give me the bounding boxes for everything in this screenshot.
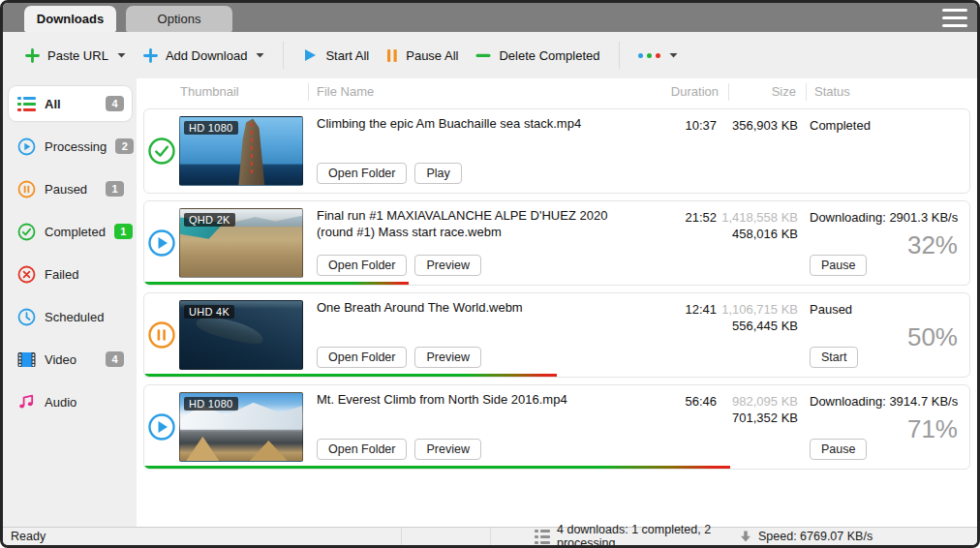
progress-percent: 32% — [907, 230, 958, 260]
chevron-down-icon[interactable] — [669, 52, 678, 58]
toolbar-separator — [283, 42, 284, 69]
delete-completed-button[interactable]: Delete Completed — [467, 42, 608, 70]
hamburger-menu-icon[interactable] — [942, 9, 967, 27]
play-icon — [302, 47, 318, 63]
chevron-down-icon[interactable] — [117, 52, 126, 58]
pause-circle-icon — [17, 180, 36, 198]
pause-button[interactable]: Pause — [810, 439, 867, 460]
rows-container: HD 1080 Climbing the epic Am Buachaille … — [137, 108, 977, 476]
status-spacer — [402, 528, 491, 545]
tab-options[interactable]: Options — [126, 6, 232, 32]
tab-options-label: Options — [158, 12, 201, 26]
pause-all-label: Pause All — [406, 48, 458, 63]
header-size: Size — [728, 83, 806, 101]
sidebar-item-completed[interactable]: Completed 1 — [9, 214, 132, 249]
preview-button[interactable]: Preview — [414, 347, 480, 368]
download-row[interactable]: QHD 2K Final run #1 MAXIAVALANCHE ALPE D… — [143, 200, 970, 286]
progress-bar — [144, 374, 557, 377]
size-total: 356,903 KB — [720, 118, 798, 133]
check-circle-icon — [144, 109, 179, 193]
sidebar-item-label: All — [45, 97, 61, 111]
sidebar-item-video[interactable]: Video 4 — [9, 342, 132, 377]
clock-icon — [17, 308, 36, 326]
toolbar: Paste URL Add Download Start All — [3, 32, 977, 78]
progress-bar — [144, 282, 409, 285]
download-row[interactable]: HD 1080 Climbing the epic Am Buachaille … — [143, 108, 970, 194]
chevron-down-icon[interactable] — [256, 52, 264, 58]
plus-icon — [143, 48, 158, 63]
start-button[interactable]: Start — [810, 347, 858, 368]
progress-percent: 71% — [907, 414, 958, 444]
count-badge: 4 — [106, 351, 124, 367]
play-button[interactable]: Play — [414, 163, 461, 184]
duration: 10:37 — [653, 109, 720, 193]
size-downloaded: 701,352 KB — [720, 411, 798, 425]
tab-downloads-label: Downloads — [37, 12, 104, 26]
pause-button[interactable]: Pause — [810, 255, 867, 276]
sidebar-item-audio[interactable]: Audio — [9, 384, 132, 419]
status-text: Downloading: 2901.3 KB/s — [810, 210, 960, 225]
toolbar-separator — [619, 42, 620, 69]
titlebar: Downloads Options — [3, 3, 977, 32]
pause-all-button[interactable]: Pause All — [378, 42, 467, 70]
error-circle-icon — [17, 265, 36, 284]
file-name: One Breath Around The World.webm — [317, 300, 643, 317]
status-ready: Ready — [3, 528, 402, 545]
preview-button[interactable]: Preview — [414, 255, 480, 276]
size-downloaded: 458,016 KB — [720, 227, 798, 241]
header-file-name: File Name — [308, 83, 660, 101]
sidebar-item-label: Video — [45, 352, 77, 367]
header-thumbnail: Thumbnail — [178, 83, 308, 101]
sidebar-item-label: Failed — [45, 267, 78, 282]
size-total: 1,106,715 KB — [720, 302, 798, 317]
open-folder-button[interactable]: Open Folder — [317, 163, 407, 184]
sidebar-item-processing[interactable]: Processing 2 — [9, 129, 132, 164]
header-spacer — [143, 83, 178, 101]
download-arrow-icon — [740, 531, 751, 542]
open-folder-button[interactable]: Open Folder — [317, 439, 407, 460]
status-text: Paused — [810, 302, 960, 317]
add-download-label: Add Download — [166, 48, 248, 63]
tab-downloads[interactable]: Downloads — [24, 6, 116, 32]
add-download-button[interactable]: Add Download — [135, 42, 274, 70]
download-row[interactable]: HD 1080 Mt. Everest Climb from North Sid… — [143, 384, 970, 470]
check-circle-icon — [17, 223, 36, 241]
more-actions-button[interactable] — [629, 46, 687, 65]
dash-icon — [475, 53, 491, 58]
video-thumbnail[interactable]: UHD 4K — [179, 300, 303, 370]
duration: 12:41 — [653, 293, 720, 377]
play-circle-icon — [17, 137, 36, 156]
sidebar-item-scheduled[interactable]: Scheduled — [9, 299, 132, 334]
video-thumbnail[interactable]: HD 1080 — [179, 392, 303, 462]
downloads-summary: 4 downloads: 1 completed, 2 processing — [491, 523, 740, 548]
pause-circle-icon — [144, 293, 179, 377]
download-row[interactable]: UHD 4K One Breath Around The World.webm … — [143, 292, 970, 378]
open-folder-button[interactable]: Open Folder — [317, 347, 407, 368]
open-folder-button[interactable]: Open Folder — [317, 255, 407, 276]
video-thumbnail[interactable]: QHD 2K — [179, 208, 303, 278]
size-total: 1,418,558 KB — [720, 210, 798, 225]
sidebar-item-label: Processing — [45, 139, 107, 154]
film-icon — [17, 351, 36, 368]
ready-text: Ready — [11, 530, 46, 543]
sidebar-item-failed[interactable]: Failed — [9, 257, 132, 291]
header-status: Status — [806, 83, 971, 101]
video-thumbnail[interactable]: HD 1080 — [179, 116, 303, 186]
paste-url-button[interactable]: Paste URL — [16, 42, 135, 70]
music-note-icon — [17, 393, 36, 411]
count-badge: 1 — [114, 224, 133, 239]
play-circle-icon — [144, 385, 179, 469]
sidebar-item-all[interactable]: All 4 — [9, 86, 132, 121]
three-dots-icon — [638, 53, 660, 58]
quality-badge: HD 1080 — [184, 397, 238, 411]
quality-badge: UHD 4K — [184, 305, 234, 319]
start-all-button[interactable]: Start All — [293, 41, 378, 70]
table-header: Thumbnail File Name Duration Size Status — [137, 78, 977, 106]
size-total: 982,095 KB — [720, 394, 798, 409]
status-text: Downloading: 3914.7 KB/s — [810, 394, 960, 409]
sidebar-item-paused[interactable]: Paused 1 — [9, 171, 132, 206]
sidebar-item-label: Paused — [45, 182, 87, 197]
sidebar-item-label: Scheduled — [45, 310, 104, 324]
count-badge: 2 — [115, 138, 134, 154]
preview-button[interactable]: Preview — [414, 439, 480, 460]
